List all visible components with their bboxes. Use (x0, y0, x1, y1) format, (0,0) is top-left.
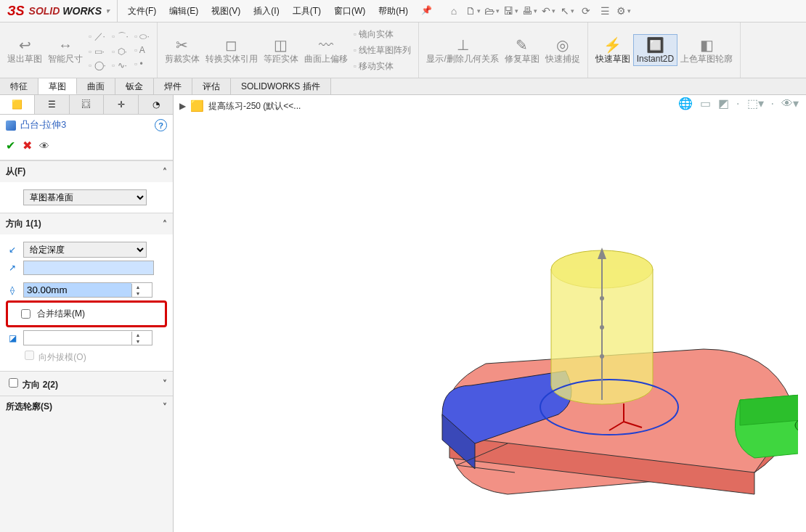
draft-icon[interactable]: ◪ (6, 333, 19, 343)
spin-down[interactable]: ▼ (132, 338, 144, 345)
exit-sketch-button[interactable]: ↩退出草图 (4, 35, 45, 65)
line-tool[interactable]: ／· (86, 30, 109, 44)
circle-tool[interactable]: ◯· (86, 60, 109, 71)
rect-tool[interactable]: ▭· (86, 46, 109, 57)
smart-dimension-button[interactable]: ↔智能尺寸 (45, 35, 86, 65)
tab-feature[interactable]: 特征 (0, 78, 38, 94)
pin-icon[interactable]: 📌 (415, 2, 438, 20)
collapse-icon: ˄ (163, 219, 167, 229)
offset-button[interactable]: ◫等距实体 (261, 35, 301, 65)
pm-tab-config[interactable]: ☰ (35, 95, 70, 114)
qat-home-icon[interactable]: ⌂ (448, 5, 460, 17)
arc-tool[interactable]: ⌒· (109, 30, 131, 44)
qat-save-icon[interactable]: 🖫 (505, 5, 516, 17)
view-appearance-icon[interactable]: 👁▾ (781, 97, 799, 110)
menu-window[interactable]: 窗口(W) (328, 2, 371, 20)
convert-button[interactable]: ◻转换实体引用 (203, 35, 261, 65)
graphics-viewport[interactable]: ▶ 🟨 提高练习-250 (默认<<... 🌐 ▭ ◩ · ⬚▾ · 👁▾ (174, 95, 806, 532)
quick-snap-button[interactable]: ◎快速捕捉 (542, 35, 583, 65)
merge-result-checkbox[interactable] (21, 309, 30, 319)
logo-dropdown-icon[interactable]: ▾ (106, 7, 110, 15)
depth-input[interactable] (24, 283, 131, 297)
qat-print-icon[interactable]: 🖶 (524, 5, 535, 17)
feature-name: 凸台-拉伸3 (20, 119, 66, 131)
shaded-contour-button[interactable]: ◧上色草图轮廓 (677, 35, 736, 65)
view-hide-icon[interactable]: · (771, 97, 774, 110)
mirror-tool[interactable]: 镜向实体 (351, 28, 415, 41)
selected-header[interactable]: 所选轮廓(S) ˅ (0, 396, 173, 417)
spin-up[interactable]: ▲ (132, 284, 144, 290)
pm-tab-feature[interactable]: 🟨 (0, 95, 35, 114)
instant2d-button[interactable]: 🔲Instant2D (633, 34, 677, 66)
menu-edit[interactable]: 编辑(E) (163, 2, 204, 20)
pm-tab-appearance[interactable]: ◔ (139, 95, 173, 114)
spin-down[interactable]: ▼ (132, 290, 144, 297)
view-section-icon[interactable]: ◩ (718, 97, 729, 110)
move-tool[interactable]: 移动实体 (351, 60, 415, 73)
dir2-label: 方向 2(2) (23, 380, 58, 390)
direction-vector-icon[interactable]: ↗ (6, 263, 19, 273)
spin-up[interactable]: ▲ (132, 332, 144, 338)
spline-tool[interactable]: ∿· (109, 60, 131, 71)
pm-tab-display[interactable]: ⿴ (70, 95, 105, 114)
qat-new-icon[interactable]: 🗋 (467, 5, 479, 17)
pm-tab-position[interactable]: ✛ (104, 95, 139, 114)
preview-button[interactable]: 👁 (39, 140, 49, 152)
poly-tool[interactable]: ⬡· (109, 46, 131, 57)
reverse-direction-icon[interactable]: ↙ (6, 245, 19, 255)
dir2-label-wrap: 方向 2(2) (6, 376, 58, 391)
view-scene-icon[interactable]: · (736, 97, 739, 110)
qat-open-icon[interactable]: 🗁 (486, 5, 497, 17)
surface-curve-icon: 〰 (319, 36, 333, 54)
slot-tool[interactable]: ⬭· (131, 30, 152, 42)
tab-sheet[interactable]: 钣金 (115, 78, 154, 94)
logo-solid: SOLID (29, 5, 60, 17)
cancel-button[interactable]: ✖ (23, 139, 32, 152)
tab-weld[interactable]: 焊件 (154, 78, 192, 94)
menu-help[interactable]: 帮助(H) (373, 2, 414, 20)
repair-button[interactable]: ✎修复草图 (502, 35, 542, 65)
surface-curve-label: 曲面上偏移 (304, 54, 348, 64)
menu-file[interactable]: 文件(F) (122, 2, 162, 20)
qat-select-icon[interactable]: ↖ (561, 5, 573, 17)
ds-logo-icon: ЗS (7, 4, 25, 19)
collapse-icon: ˄ (163, 167, 167, 177)
qat-rebuild-icon[interactable]: ⟳ (580, 5, 592, 17)
surface-curve-button[interactable]: 〰曲面上偏移 (301, 35, 351, 65)
text-tool[interactable]: A (131, 44, 152, 56)
menu-insert[interactable]: 插入(I) (248, 2, 285, 20)
view-cube-icon[interactable]: ⬚▾ (747, 97, 764, 110)
end-condition-select[interactable]: 给定深度 (23, 242, 147, 258)
pattern-tool[interactable]: 线性草图阵列 (351, 44, 415, 57)
direction-reference-input[interactable] (23, 261, 154, 275)
breadcrumb[interactable]: ▶ 🟨 提高练习-250 (默认<<... (179, 99, 301, 112)
help-icon[interactable]: ? (155, 119, 167, 131)
rapid-sketch-button[interactable]: ⚡快速草图 (593, 35, 633, 65)
qat-undo-icon[interactable]: ↶ (542, 5, 554, 17)
merge-highlight-box: 合并结果(M) (6, 300, 167, 327)
qat-list-icon[interactable]: ☰ (599, 5, 611, 17)
view-display-icon[interactable]: ▭ (700, 97, 711, 110)
view-orientation-icon[interactable]: 🌐 (678, 97, 693, 110)
tab-sketch[interactable]: 草图 (38, 78, 77, 94)
menu-view[interactable]: 视图(V) (205, 2, 246, 20)
show-hide-button[interactable]: ⊥显示/删除几何关系 (423, 35, 501, 65)
dir2-checkbox[interactable] (9, 378, 18, 388)
quick-access-toolbar: ⌂ 🗋 🗁 🖫 🖶 ↶ ↖ ⟳ ☰ ⚙ (438, 5, 630, 17)
from-select[interactable]: 草图基准面 (23, 189, 147, 205)
qat-options-icon[interactable]: ⚙ (618, 5, 630, 17)
merge-result-option[interactable]: 合并结果(M) (9, 307, 163, 321)
from-header[interactable]: 从(F) ˄ (0, 161, 173, 182)
draft-input[interactable] (24, 331, 131, 345)
exit-sketch-icon: ↩ (19, 36, 31, 54)
tab-addins[interactable]: SOLIDWORKS 插件 (231, 78, 331, 94)
menu-tools[interactable]: 工具(T) (287, 2, 327, 20)
point-tool[interactable]: • (131, 58, 152, 70)
quick-snap-label: 快速捕捉 (545, 54, 580, 64)
dir1-header[interactable]: 方向 1(1) ˄ (0, 213, 173, 234)
tab-eval[interactable]: 评估 (192, 78, 231, 94)
trim-button[interactable]: ✂剪裁实体 (162, 35, 203, 65)
tab-surface[interactable]: 曲面 (77, 78, 115, 94)
ok-button[interactable]: ✔ (6, 139, 15, 152)
dir2-header[interactable]: 方向 2(2) ˅ (0, 372, 173, 396)
